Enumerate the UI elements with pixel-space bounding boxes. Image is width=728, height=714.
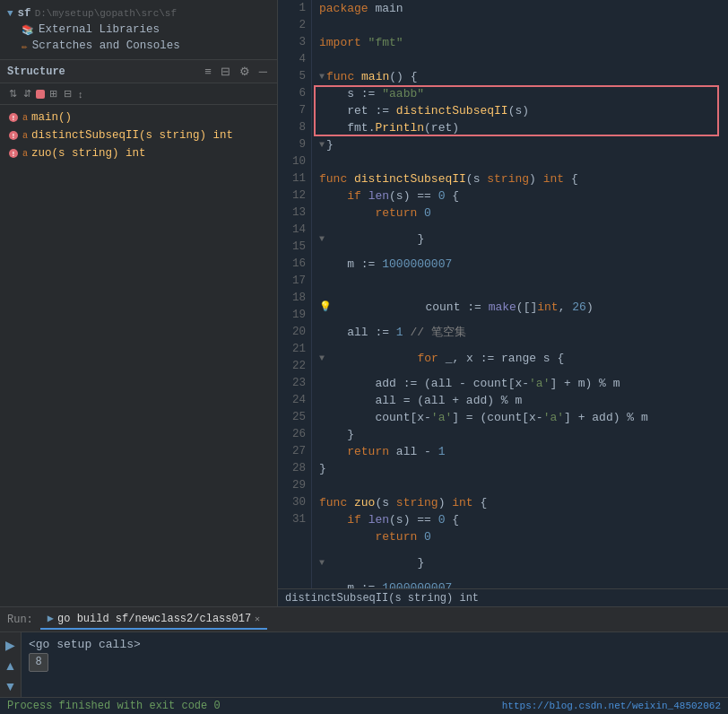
code-7-content: ret := distinctSubseqII(s) xyxy=(319,102,529,119)
bulb-icon: 💡 xyxy=(319,299,332,316)
ln-17: 17 xyxy=(278,273,306,290)
ln-7: 7 xyxy=(278,102,306,119)
run-setup-text: <go setup calls> xyxy=(29,636,141,653)
ln-19: 19 xyxy=(278,307,306,324)
code-line-2 xyxy=(319,17,728,34)
ln-13: 13 xyxy=(278,205,306,222)
code-line-11: func distinctSubseqII(s string) int { xyxy=(319,170,728,187)
code-8-content: fmt.Println(ret) xyxy=(319,119,459,136)
code-line-14: ▼ } xyxy=(319,222,728,256)
external-libraries[interactable]: 📚 External Libraries xyxy=(0,22,277,38)
structure-items: ! a main() ! a distinctSubseqII(s string… xyxy=(0,105,277,230)
func-letter-zuo: a xyxy=(22,149,28,159)
structure-close-btn[interactable]: ─ xyxy=(256,64,270,79)
ln-11: 11 xyxy=(278,170,306,187)
expand-btn[interactable]: ⊞ xyxy=(48,86,59,101)
brace-9: } xyxy=(326,136,334,153)
run-tab-bar: Run: ▶ go build sf/newclass2/class017 ✕ xyxy=(0,607,728,632)
editor-area: 1 2 3 4 5 6 7 8 9 10 11 12 13 14 15 16 1… xyxy=(278,0,728,606)
external-libraries-label: External Libraries xyxy=(39,23,160,36)
fold-arrow-30[interactable]: ▼ xyxy=(319,554,325,571)
fold-arrow-9[interactable]: ▼ xyxy=(319,136,325,153)
structure-settings-btn[interactable]: ⚙ xyxy=(237,64,253,79)
run-tab-close-btn[interactable]: ✕ xyxy=(255,614,260,624)
run-label: Run: xyxy=(7,614,33,626)
kw-package: package xyxy=(319,0,375,17)
project-root[interactable]: ▼ sf D:\mysetup\gopath\src\sf xyxy=(0,5,277,22)
signature-hint-text: distinctSubseqII(s string) int xyxy=(285,592,479,605)
ln-25: 25 xyxy=(278,409,306,426)
fn-main: main xyxy=(361,68,389,85)
expand-all-btn[interactable]: ⊟ xyxy=(62,86,74,101)
fold-arrow-14[interactable]: ▼ xyxy=(319,231,325,248)
ln-14: 14 xyxy=(278,222,306,239)
code-line-4 xyxy=(319,51,728,68)
code-line-19: ▼ for _, x := range s { xyxy=(319,341,728,375)
project-name: sf xyxy=(18,7,31,20)
structure-title: Structure xyxy=(7,65,65,78)
run-panel: Run: ▶ go build sf/newclass2/class017 ✕ … xyxy=(0,606,728,714)
struct-item-zuo[interactable]: ! a zuo(s string) int xyxy=(0,144,277,162)
ln-5: 5 xyxy=(278,68,306,85)
sort-type-btn[interactable]: ⇵ xyxy=(22,86,33,101)
run-tab-main[interactable]: ▶ go build sf/newclass2/class017 ✕ xyxy=(40,609,267,630)
ln-12: 12 xyxy=(278,187,306,205)
struct-item-distinct[interactable]: ! a distinctSubseqII(s string) int xyxy=(0,126,277,144)
ln-4: 4 xyxy=(278,51,306,68)
ln-15: 15 xyxy=(278,239,306,256)
code-lines: package main import "fmt" ▼ func main() … xyxy=(312,0,728,588)
ln-16: 16 xyxy=(278,256,306,273)
func-name-distinct: distinctSubseqII(s string) int xyxy=(31,129,233,142)
func-letter-distinct: a xyxy=(22,131,28,141)
ln-3: 3 xyxy=(278,34,306,51)
code-line-1: package main xyxy=(319,0,728,17)
ln-31: 31 xyxy=(278,511,306,528)
ln-6: 6 xyxy=(278,85,306,102)
code-line-10 xyxy=(319,153,728,170)
struct-item-main[interactable]: ! a main() xyxy=(0,109,277,126)
code-line-6: s := "aabb" xyxy=(319,85,728,102)
punct-5: () { xyxy=(389,68,417,85)
ln-30: 30 xyxy=(278,494,306,511)
ln-2: 2 xyxy=(278,17,306,34)
line-numbers: 1 2 3 4 5 6 7 8 9 10 11 12 13 14 15 16 1… xyxy=(278,0,312,588)
scratches-consoles[interactable]: ✏ Scratches and Consoles xyxy=(0,38,277,54)
run-down-btn[interactable]: ▼ xyxy=(2,677,20,695)
fold-arrow-19[interactable]: ▼ xyxy=(319,350,325,367)
code-line-15: m := 1000000007 xyxy=(319,256,728,273)
run-controls: ▶ ▲ ▼ ☰ xyxy=(0,632,22,697)
code-line-23: } xyxy=(319,426,728,443)
run-output-num-badge: 8 xyxy=(29,653,48,672)
sort-order-btn[interactable]: ↕ xyxy=(76,87,85,101)
structure-header: Structure ≡ ⊟ ⚙ ─ xyxy=(0,60,277,83)
run-footer: Process finished with exit code 0 https:… xyxy=(0,697,728,714)
run-play-btn[interactable]: ▶ xyxy=(2,636,20,654)
error-indicator xyxy=(36,90,45,99)
structure-collapse-btn[interactable]: ⊟ xyxy=(218,64,233,79)
sort-alpha-btn[interactable]: ⇅ xyxy=(7,86,19,101)
run-tab-icon: ▶ xyxy=(48,612,54,625)
error-dot-main: ! xyxy=(9,113,18,122)
code-line-12: if len(s) == 0 { xyxy=(319,187,728,205)
run-tab-name: go build sf/newclass2/class017 xyxy=(57,613,251,625)
ln-27: 27 xyxy=(278,443,306,460)
ln-18: 18 xyxy=(278,290,306,307)
code-line-25: } xyxy=(319,460,728,477)
ln-10: 10 xyxy=(278,153,306,170)
fold-arrow-5[interactable]: ▼ xyxy=(319,68,325,85)
code-line-3: import "fmt" xyxy=(319,34,728,51)
func-name-main: main() xyxy=(31,111,72,124)
kw-func-5: func xyxy=(326,68,361,85)
code-line-13: return 0 xyxy=(319,205,728,222)
project-tree: ▼ sf D:\mysetup\gopath\src\sf 📚 External… xyxy=(0,0,277,59)
run-up-btn[interactable]: ▲ xyxy=(2,657,20,675)
func-name-zuo: zuo(s string) int xyxy=(31,147,146,160)
code-line-7: ret := distinctSubseqII(s) xyxy=(319,102,728,119)
structure-filter-btn[interactable]: ≡ xyxy=(202,64,214,79)
ln-22: 22 xyxy=(278,358,306,375)
run-content: ▶ ▲ ▼ ☰ <go setup calls> 8 xyxy=(0,632,728,697)
run-output-setup: <go setup calls> xyxy=(29,636,721,653)
structure-toolbar: ≡ ⊟ ⚙ ─ xyxy=(202,64,270,79)
code-line-8: fmt.Println(ret) xyxy=(319,119,728,136)
code-line-18: all := 1 // 笔空集 xyxy=(319,324,728,341)
